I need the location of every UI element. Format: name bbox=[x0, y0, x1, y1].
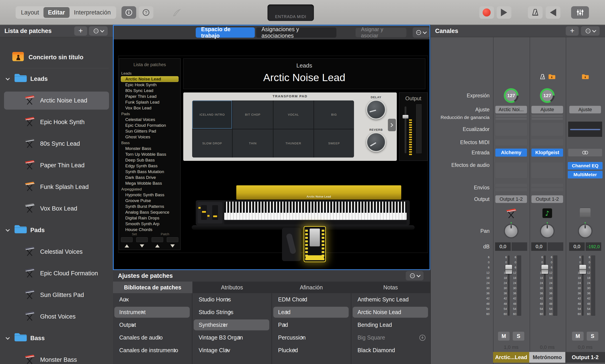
sidebar-item-arctic-noise-lead[interactable]: Arctic Noise Lead bbox=[0, 90, 113, 111]
fader-cap[interactable] bbox=[579, 265, 586, 274]
patch-settings-menu-button[interactable] bbox=[406, 271, 424, 280]
sidebar-item-bass[interactable]: Bass bbox=[0, 327, 113, 349]
mode-tab-layout[interactable]: Layout bbox=[16, 7, 43, 18]
library-item-studio-strings[interactable]: Studio Strings bbox=[192, 306, 271, 319]
sidebar-item-epic-hook-synth[interactable]: Epic Hook Synth bbox=[0, 111, 113, 133]
send-slot[interactable] bbox=[531, 188, 563, 191]
library-item-edm-chord[interactable]: EDM Chord bbox=[272, 293, 351, 306]
onstage-patch-sun-glitters-pad[interactable]: Sun Glitters Pad bbox=[119, 128, 180, 134]
master-mute-button[interactable] bbox=[546, 6, 560, 19]
channel-name-ch3[interactable]: Output 1-2 bbox=[565, 352, 605, 363]
set-down-icon[interactable] bbox=[140, 244, 144, 247]
library-item-lead[interactable]: Lead bbox=[272, 306, 351, 319]
library-item-plucked[interactable]: Plucked bbox=[272, 344, 351, 357]
set-next-display[interactable] bbox=[136, 237, 148, 242]
sidebar-item-pads[interactable]: Pads bbox=[0, 220, 113, 241]
onstage-patch-epic-cloud-formation[interactable]: Epic Cloud Formation bbox=[119, 123, 180, 128]
library-item-bending-lead[interactable]: Bending Lead bbox=[351, 319, 430, 331]
sidebar-item-vox-box-lead[interactable]: Vox Box Lead bbox=[0, 198, 113, 220]
eq-slot-ch2[interactable] bbox=[531, 123, 563, 136]
library-item-studio-horns[interactable]: Studio Horns bbox=[192, 293, 271, 306]
patch-next-display[interactable] bbox=[167, 237, 178, 242]
library-item-synthesizer[interactable]: Synthesizer bbox=[192, 319, 271, 331]
delay-knob[interactable] bbox=[366, 100, 386, 119]
onstage-patch-deep-sub-bass[interactable]: Deep Sub Bass bbox=[119, 157, 180, 163]
info-button[interactable] bbox=[121, 6, 136, 19]
metronome-button[interactable] bbox=[528, 6, 543, 19]
mode-tab-editar[interactable]: Editar bbox=[43, 7, 69, 18]
add-patch-button[interactable]: + bbox=[74, 26, 87, 36]
plugin-button-channel-eq[interactable]: Channel EQ bbox=[568, 162, 603, 169]
onstage-patch-synth-bass-mutation[interactable]: Synth Bass Mutation bbox=[119, 169, 180, 175]
tab-afinacion[interactable]: Afinación bbox=[272, 282, 351, 293]
library-item-percussion[interactable]: Percussion bbox=[272, 331, 351, 344]
tab-espacio-de-trabajo[interactable]: Espacio de trabajo bbox=[196, 27, 255, 38]
send-slot[interactable] bbox=[495, 188, 527, 191]
mute-button-ch1[interactable]: M bbox=[498, 332, 510, 341]
audio-fx-slot-ch2[interactable] bbox=[531, 162, 563, 178]
tab-atributos[interactable]: Atributos bbox=[192, 282, 272, 293]
tab-biblioteca-de-patches[interactable]: Biblioteca de patches bbox=[113, 282, 192, 293]
patch-up-icon[interactable] bbox=[155, 244, 160, 247]
library-item-pad[interactable]: Pad bbox=[272, 319, 351, 331]
solo-button-ch1[interactable]: S bbox=[513, 332, 524, 341]
download-icon[interactable] bbox=[419, 334, 426, 341]
library-item-aux[interactable]: Aux bbox=[113, 293, 192, 306]
expression-pedal[interactable] bbox=[304, 226, 326, 262]
chevron-down-icon[interactable] bbox=[6, 338, 10, 339]
eq-thumbnail-ch3[interactable] bbox=[568, 122, 602, 137]
onstage-patch-celestial-voices[interactable]: Celestial Voices bbox=[119, 117, 180, 123]
onstage-patch-80s-sync-lead[interactable]: 80s Sync Lead bbox=[119, 88, 180, 93]
tab-asignaciones-y-asociaciones[interactable]: Asignaciones y asociaciones bbox=[256, 27, 336, 38]
channels-menu-button[interactable] bbox=[581, 26, 600, 36]
pan-knob-ch3[interactable] bbox=[578, 224, 592, 238]
channel-strips-toggle-button[interactable] bbox=[571, 6, 589, 19]
onstage-patch-house-chords[interactable]: House Chords bbox=[119, 227, 180, 233]
onstage-patch-edgy-synth-bass[interactable]: Edgy Synth Bass bbox=[119, 163, 180, 169]
sidebar-item-80s-sync-lead[interactable]: 80s Sync Lead bbox=[0, 133, 113, 155]
onstage-patch-monster-bass[interactable]: Monster Bass bbox=[119, 146, 180, 152]
volume-value-ch1[interactable]: 0,0 bbox=[495, 242, 511, 251]
volume-value-ch3[interactable]: 0,0 bbox=[569, 242, 585, 251]
plugin-button-multimeter[interactable]: MultiMeter bbox=[568, 171, 603, 178]
library-item-vintage-b3-organ[interactable]: Vintage B3 Organ bbox=[192, 331, 271, 344]
pan-knob-ch1[interactable] bbox=[504, 224, 519, 238]
chevron-down-icon[interactable] bbox=[6, 229, 10, 231]
volume-fader-ch3[interactable] bbox=[582, 256, 584, 316]
transform-pad-bit-chop[interactable]: BIT CHOP bbox=[233, 101, 273, 129]
library-item-big-square[interactable]: Big Square bbox=[351, 331, 430, 344]
transform-pad-thunder[interactable]: THUNDER bbox=[273, 130, 313, 158]
patch-prev-display[interactable] bbox=[152, 237, 163, 242]
library-item-vintage-clav[interactable]: Vintage Clav bbox=[192, 344, 271, 357]
set-prev-display[interactable] bbox=[121, 237, 133, 242]
transform-pad-thin[interactable]: THIN bbox=[233, 130, 273, 158]
transform-pad-iceland-intro[interactable]: ICELAND INTRO bbox=[192, 101, 232, 129]
expression-knob-ch2[interactable]: 127 bbox=[540, 88, 555, 103]
sidebar-item-concierto-sin-título[interactable]: Concierto sin título bbox=[0, 47, 113, 68]
pan-knob-ch2[interactable] bbox=[540, 224, 555, 238]
chevron-down-icon[interactable] bbox=[6, 78, 10, 80]
tab-notas[interactable]: Notas bbox=[351, 282, 430, 293]
send-slot[interactable] bbox=[531, 184, 563, 187]
sidebar-item-epic-cloud-formation[interactable]: Epic Cloud Formation bbox=[0, 263, 113, 284]
mute-button-ch3[interactable]: M bbox=[572, 332, 584, 341]
sidebar-item-funk-splash-lead[interactable]: Funk Splash Lead bbox=[0, 176, 113, 198]
fader-cap[interactable] bbox=[541, 265, 548, 274]
eq-slot-ch1[interactable] bbox=[495, 123, 527, 136]
patch-list-action-menu-button[interactable] bbox=[89, 26, 108, 36]
onstage-patch-smooth-synth-arp[interactable]: Smooth Synth Arp bbox=[119, 221, 180, 227]
volume-value-ch2[interactable]: 0,0 bbox=[531, 242, 547, 251]
onstage-patch-synth-burst-patterns[interactable]: Synth Burst Patterns bbox=[119, 204, 180, 209]
onstage-patch-funk-splash-lead[interactable]: Funk Splash Lead bbox=[119, 99, 180, 105]
output-fader-cap[interactable] bbox=[403, 115, 408, 118]
setting-button-ch1[interactable]: Arctic Noi... bbox=[495, 106, 527, 113]
library-item-instrument[interactable]: Instrument bbox=[113, 306, 192, 319]
onstage-patch-arctic-noise-lead[interactable]: Arctic Noise Lead bbox=[121, 76, 179, 82]
setting-button-ch2[interactable]: Ajuste bbox=[531, 106, 563, 113]
onstage-patch-groove-pulse[interactable]: Groove Pulse bbox=[119, 198, 180, 204]
assign-map-button[interactable]: Asignar y asociar bbox=[356, 28, 406, 37]
transform-pad-vocal[interactable]: VOCAL bbox=[273, 101, 313, 129]
onstage-patch-digital-rain-drops[interactable]: Digital Rain Drops bbox=[119, 215, 180, 221]
transform-pad-slow-drop[interactable]: SLOW DROP bbox=[192, 130, 232, 158]
library-item-arctic-noise-lead[interactable]: Arctic Noise Lead bbox=[351, 306, 430, 319]
